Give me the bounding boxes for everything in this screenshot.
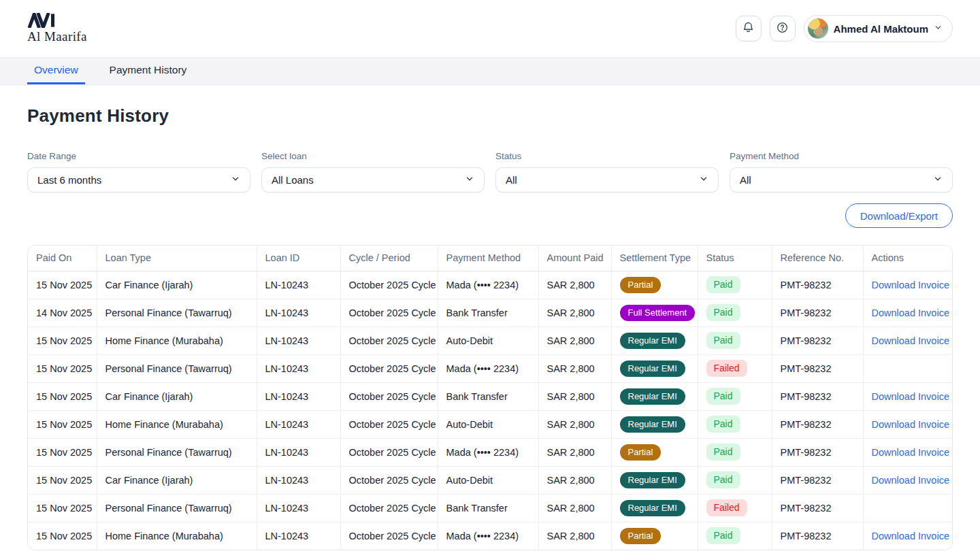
- tab-bar: Overview Payment History: [0, 57, 980, 85]
- cell-status: Paid: [698, 466, 772, 494]
- settlement-type-badge: Regular EMI: [620, 333, 685, 349]
- table-row: 14 Nov 2025Personal Finance (Tawarruq)LN…: [28, 299, 953, 327]
- column-header-actions: Actions: [863, 246, 953, 271]
- filter-select-loan: Select loan All Loans: [261, 151, 485, 193]
- cell-amount-paid: SAR 2,800: [538, 299, 611, 327]
- settlement-type-badge: Regular EMI: [620, 472, 685, 488]
- status-badge: Failed: [706, 360, 747, 377]
- download-invoice-link[interactable]: Download Invoice: [872, 419, 949, 430]
- filter-payment-method: Payment Method All: [730, 151, 953, 193]
- table-header-row: Paid OnLoan TypeLoan IDCycle / PeriodPay…: [28, 246, 953, 271]
- help-button[interactable]: [770, 16, 796, 41]
- download-invoice-link[interactable]: Download Invoice: [872, 531, 949, 541]
- status-badge: Paid: [706, 416, 740, 433]
- column-header-cycle-period: Cycle / Period: [340, 246, 438, 271]
- download-invoice-link[interactable]: Download Invoice: [872, 307, 949, 318]
- download-invoice-link[interactable]: Download Invoice: [872, 475, 949, 486]
- column-header-paid-on: Paid On: [28, 246, 97, 271]
- settlement-type-badge: Partial: [620, 277, 662, 293]
- loan-select[interactable]: All Loans: [261, 167, 485, 193]
- cell-cycle-period: October 2025 Cycle: [340, 382, 438, 410]
- column-header-reference-no: Reference No.: [772, 246, 863, 271]
- filter-date-range: Date Range Last 6 months: [27, 151, 250, 193]
- payment-method-select[interactable]: All: [730, 167, 953, 193]
- cell-loan-type: Car Finance (Ijarah): [97, 382, 257, 410]
- cell-settlement-type: Regular EMI: [611, 354, 698, 382]
- download-invoice-link[interactable]: Download Invoice: [872, 335, 949, 346]
- cell-cycle-period: October 2025 Cycle: [340, 522, 438, 550]
- user-menu[interactable]: Ahmed Al Maktoum: [804, 15, 953, 42]
- export-row: Download/Export: [27, 203, 953, 228]
- cell-cycle-period: October 2025 Cycle: [340, 354, 438, 382]
- cell-payment-method: Auto-Debit: [438, 327, 538, 354]
- cell-cycle-period: October 2025 Cycle: [340, 438, 438, 466]
- cell-status: Paid: [698, 299, 772, 327]
- cell-amount-paid: SAR 2,800: [538, 522, 611, 550]
- cell-actions: Download Invoice: [863, 522, 953, 550]
- chevron-down-icon: [699, 174, 708, 186]
- cell-payment-method: Bank Transfer: [438, 382, 538, 410]
- cell-actions: Download Invoice: [863, 382, 953, 410]
- download-invoice-link[interactable]: Download Invoice: [872, 391, 949, 402]
- cell-payment-method: Mada (•••• 2234): [438, 354, 538, 382]
- cell-cycle-period: October 2025 Cycle: [340, 410, 438, 438]
- cell-status: Paid: [698, 438, 772, 466]
- cell-loan-id: LN-10243: [257, 327, 340, 354]
- chevron-down-icon: [934, 22, 943, 35]
- column-header-settlement-type: Settlement Type: [611, 246, 698, 271]
- download-invoice-link[interactable]: Download Invoice: [872, 280, 949, 290]
- table-row: 15 Nov 2025Home Finance (Murabaha)LN-102…: [28, 410, 953, 438]
- status-select[interactable]: All: [495, 167, 719, 193]
- cell-cycle-period: October 2025 Cycle: [340, 327, 438, 354]
- cell-cycle-period: October 2025 Cycle: [340, 271, 438, 299]
- cell-loan-id: LN-10243: [257, 466, 340, 494]
- cell-paid-on: 14 Nov 2025: [28, 299, 97, 327]
- cell-paid-on: 15 Nov 2025: [28, 382, 97, 410]
- notifications-button[interactable]: [736, 16, 762, 41]
- app-header: Al Maarifa Ahmed Al Maktoum: [0, 0, 980, 57]
- tab-overview[interactable]: Overview: [27, 58, 85, 84]
- download-export-button[interactable]: Download/Export: [845, 203, 953, 228]
- settlement-type-badge: Partial: [620, 528, 662, 544]
- cell-amount-paid: SAR 2,800: [538, 354, 611, 382]
- brand-logo: Al Maarifa: [27, 13, 87, 44]
- cell-reference-no: PMT-98232: [772, 354, 863, 382]
- page-title: Payment History: [27, 105, 953, 127]
- cell-reference-no: PMT-98232: [772, 271, 863, 299]
- tab-payment-history[interactable]: Payment History: [103, 58, 194, 84]
- cell-paid-on: 15 Nov 2025: [28, 494, 97, 522]
- cell-amount-paid: SAR 2,800: [538, 271, 611, 299]
- table-row: 15 Nov 2025Home Finance (Murabaha)LN-102…: [28, 327, 953, 354]
- cell-loan-type: Personal Finance (Tawarruq): [97, 354, 257, 382]
- cell-loan-type: Personal Finance (Tawarruq): [97, 299, 257, 327]
- cell-payment-method: Auto-Debit: [438, 410, 538, 438]
- cell-settlement-type: Regular EMI: [611, 466, 698, 494]
- table-row: 15 Nov 2025Car Finance (Ijarah)LN-10243O…: [28, 466, 953, 494]
- cell-loan-id: LN-10243: [257, 438, 340, 466]
- cell-actions: Download Invoice: [863, 327, 953, 354]
- cell-status: Paid: [698, 382, 772, 410]
- cell-loan-id: LN-10243: [257, 382, 340, 410]
- status-badge: Paid: [706, 304, 740, 321]
- cell-paid-on: 15 Nov 2025: [28, 271, 97, 299]
- status-badge: Paid: [706, 332, 740, 349]
- cell-status: Failed: [698, 354, 772, 382]
- download-invoice-link[interactable]: Download Invoice: [872, 447, 949, 458]
- table-row: 15 Nov 2025Home Finance (Murabaha)LN-102…: [28, 522, 953, 550]
- payment-method-value: All: [740, 174, 751, 186]
- table-row: 15 Nov 2025Personal Finance (Tawarruq)LN…: [28, 438, 953, 466]
- cell-loan-type: Home Finance (Murabaha): [97, 327, 257, 354]
- cell-paid-on: 15 Nov 2025: [28, 327, 97, 354]
- status-badge: Paid: [706, 527, 740, 544]
- cell-reference-no: PMT-98232: [772, 382, 863, 410]
- cell-reference-no: PMT-98232: [772, 466, 863, 494]
- date-range-select[interactable]: Last 6 months: [27, 167, 250, 193]
- user-avatar: [808, 18, 828, 39]
- cell-actions: [863, 354, 953, 382]
- cell-actions: Download Invoice: [863, 299, 953, 327]
- cell-settlement-type: Regular EMI: [611, 327, 698, 354]
- table-row: 15 Nov 2025Car Finance (Ijarah)LN-10243O…: [28, 382, 953, 410]
- column-header-payment-method: Payment Method: [438, 246, 538, 271]
- question-icon: [776, 21, 789, 36]
- cell-reference-no: PMT-98232: [772, 522, 863, 550]
